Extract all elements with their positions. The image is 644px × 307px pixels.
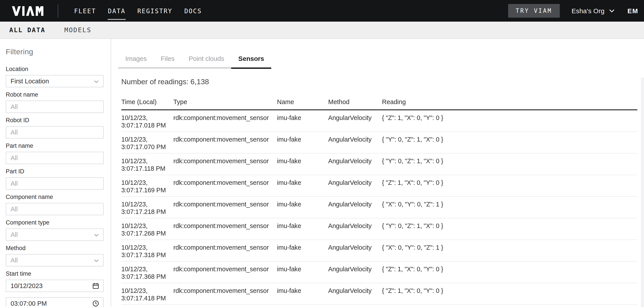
table-row[interactable]: 10/12/23,3:07:17.318 PM rdk:component:mo…	[121, 240, 638, 262]
component-type-select[interactable]: All	[6, 228, 104, 241]
cell-type: rdk:component:movement_sensor	[173, 179, 277, 196]
start-date-input[interactable]: 10/12/2023	[6, 280, 104, 292]
readings-count: Number of readings: 6,138	[121, 78, 644, 86]
cell-type: rdk:component:movement_sensor	[173, 287, 277, 304]
part-name-label: Part name	[6, 142, 104, 149]
cell-reading: { "Y": 0, "Z": 1, "X": 0 }	[382, 222, 638, 240]
start-time-label: Start time	[6, 270, 104, 277]
location-select[interactable]: First Location	[6, 75, 104, 87]
cell-type: rdk:component:movement_sensor	[173, 222, 277, 240]
cell-time: 10/12/23,3:07:17.218 PM	[121, 201, 173, 218]
table-row[interactable]: 10/12/23,3:07:17.169 PM rdk:component:mo…	[121, 175, 638, 197]
cell-name: imu-fake	[277, 287, 328, 304]
cell-method: AngularVelocity	[328, 158, 382, 175]
top-nav: FLEET DATA REGISTRY DOCS TRY VIAM Esha's…	[0, 0, 644, 22]
cell-time: 10/12/23,3:07:17.318 PM	[121, 244, 173, 261]
viam-logo-icon	[12, 6, 44, 16]
cell-name: imu-fake	[277, 266, 328, 283]
col-header-time: Time (Local)	[121, 98, 173, 106]
tab-sensors[interactable]: Sensors	[231, 55, 271, 69]
nav-item-docs[interactable]: DOCS	[184, 7, 202, 14]
cell-name: imu-fake	[277, 114, 328, 132]
cell-name: imu-fake	[277, 136, 328, 153]
cell-method: AngularVelocity	[328, 266, 382, 283]
method-label: Method	[6, 245, 104, 252]
part-id-input[interactable]	[6, 177, 104, 190]
cell-method: AngularVelocity	[328, 244, 382, 261]
nav-menu: FLEET DATA REGISTRY DOCS	[74, 7, 202, 14]
cell-reading: { "X": 0, "Y": 0, "Z": 1 }	[382, 244, 638, 261]
cell-method: AngularVelocity	[328, 114, 382, 132]
cell-time: 10/12/23,3:07:17.018 PM	[121, 114, 173, 132]
sub-nav: ALL DATA MODELS	[0, 22, 644, 39]
start-date-value: 10/12/2023	[10, 282, 42, 289]
data-type-tabs: Images Files Point clouds Sensors	[118, 55, 271, 68]
app-root: FLEET DATA REGISTRY DOCS TRY VIAM Esha's…	[0, 0, 644, 307]
col-header-method: Method	[328, 98, 382, 106]
filter-group-location: Location First Location	[6, 66, 104, 87]
component-type-value: All	[10, 231, 18, 238]
table-row[interactable]: 10/12/23,3:07:17.118 PM rdk:component:mo…	[121, 154, 638, 175]
table-row[interactable]: 10/12/23,3:07:17.368 PM rdk:component:mo…	[121, 262, 638, 283]
tab-point-clouds[interactable]: Point clouds	[182, 55, 231, 68]
component-name-input[interactable]	[6, 203, 104, 215]
cell-time: 10/12/23,3:07:17.418 PM	[121, 287, 173, 304]
robot-id-label: Robot ID	[6, 117, 104, 124]
tab-files[interactable]: Files	[154, 55, 182, 68]
start-time-input[interactable]: 03:07:00 PM	[6, 297, 104, 307]
main-panel: Images Files Point clouds Sensors Number…	[111, 39, 644, 307]
robot-name-input[interactable]	[6, 100, 104, 113]
try-viam-button[interactable]: TRY VIAM	[508, 4, 560, 18]
table-header: Time (Local) Type Name Method Reading	[121, 98, 638, 110]
chevron-down-icon	[609, 9, 614, 12]
calendar-icon[interactable]	[93, 283, 99, 289]
filtering-title: Filtering	[6, 48, 104, 56]
tab-models[interactable]: MODELS	[64, 26, 92, 34]
cell-name: imu-fake	[277, 222, 328, 240]
chevron-down-icon	[94, 80, 99, 83]
table-row[interactable]: 10/12/23,3:07:17.018 PM rdk:component:mo…	[121, 110, 638, 132]
org-switcher[interactable]: Esha's Org	[572, 7, 614, 14]
table-row[interactable]: 10/12/23,3:07:17.070 PM rdk:component:mo…	[121, 132, 638, 154]
spacer	[6, 292, 104, 297]
cell-method: AngularVelocity	[328, 222, 382, 240]
table-row[interactable]: 10/12/23,3:07:17.268 PM rdk:component:mo…	[121, 218, 638, 240]
part-name-input[interactable]	[6, 152, 104, 164]
cell-time: 10/12/23,3:07:17.268 PM	[121, 222, 173, 240]
filter-group-component-type: Component type All	[6, 219, 104, 241]
clock-icon[interactable]	[93, 300, 99, 306]
cell-name: imu-fake	[277, 158, 328, 175]
cell-method: AngularVelocity	[328, 201, 382, 218]
cell-method: AngularVelocity	[328, 179, 382, 196]
start-time-value: 03:07:00 PM	[10, 300, 47, 307]
filter-group-method: Method All	[6, 245, 104, 266]
cell-reading: { "Y": 0, "Z": 1, "X": 0 }	[382, 136, 638, 153]
filter-group-start-time: Start time 10/12/2023 03:07:00 PM	[6, 270, 104, 307]
cell-type: rdk:component:movement_sensor	[173, 114, 277, 132]
cell-type: rdk:component:movement_sensor	[173, 136, 277, 153]
cell-method: AngularVelocity	[328, 287, 382, 304]
cell-type: rdk:component:movement_sensor	[173, 244, 277, 261]
method-select[interactable]: All	[6, 254, 104, 266]
viam-logo[interactable]	[12, 6, 44, 16]
robot-id-input[interactable]	[6, 126, 104, 138]
cell-reading: { "Z": 1, "X": 0, "Y": 0 }	[382, 287, 638, 304]
tab-images[interactable]: Images	[118, 55, 154, 68]
table-row[interactable]: 10/12/23,3:07:17.418 PM rdk:component:mo…	[121, 283, 638, 305]
col-header-reading: Reading	[382, 98, 638, 106]
nav-item-registry[interactable]: REGISTRY	[138, 7, 172, 14]
table-row[interactable]: 10/12/23,3:07:17.218 PM rdk:component:mo…	[121, 197, 638, 218]
filter-group-robot-id: Robot ID	[6, 117, 104, 138]
location-label: Location	[6, 66, 104, 72]
nav-item-fleet[interactable]: FLEET	[74, 7, 96, 14]
user-avatar[interactable]: EM	[628, 7, 638, 14]
cell-time: 10/12/23,3:07:17.368 PM	[121, 266, 173, 283]
tab-all-data[interactable]: ALL DATA	[9, 26, 46, 34]
cell-name: imu-fake	[277, 201, 328, 218]
cell-time: 10/12/23,3:07:17.118 PM	[121, 158, 173, 175]
vertical-scrollbar[interactable]	[641, 78, 644, 307]
cell-reading: { "Z": 1, "X": 0, "Y": 0 }	[382, 114, 638, 132]
nav-item-data[interactable]: DATA	[108, 7, 125, 14]
cell-method: AngularVelocity	[328, 136, 382, 153]
component-name-label: Component name	[6, 194, 104, 200]
